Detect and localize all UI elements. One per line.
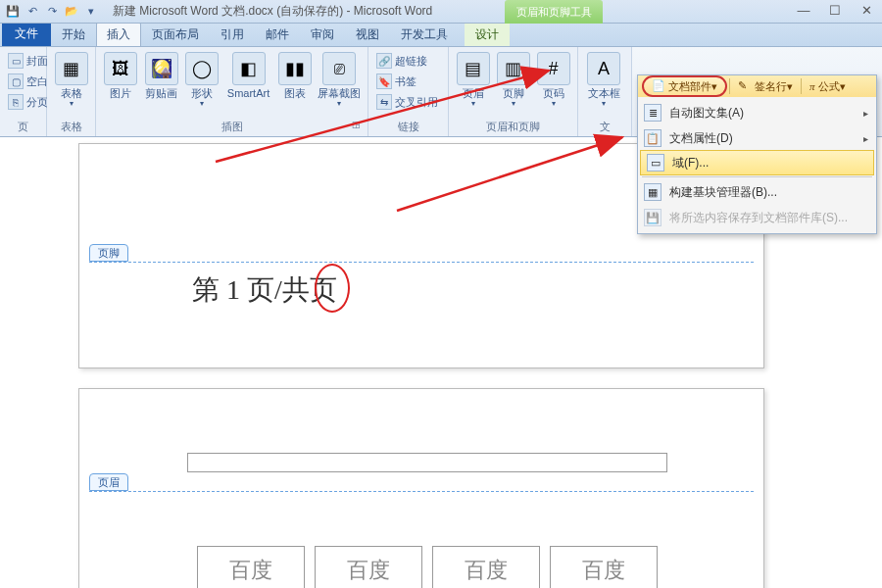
blank-page-icon: ▢	[8, 74, 24, 89]
submenu-arrow-icon: ▸	[863, 108, 868, 119]
maximize-button[interactable]: ☐	[819, 0, 851, 20]
screenshot-icon: ⎚	[322, 52, 356, 85]
window-controls: — ☐ ✕	[788, 0, 882, 20]
footer-button[interactable]: ▥页脚▾	[493, 50, 533, 108]
tab-layout[interactable]: 页面布局	[141, 22, 210, 46]
chart-icon: ▮▮	[278, 52, 312, 85]
table-outline[interactable]	[187, 453, 667, 472]
equation-button[interactable]: π 公式 ▾	[804, 75, 852, 97]
group-pages: ▭封面 ▢空白页 ⎘分页 页	[0, 47, 47, 136]
table-cell[interactable]: 百度	[432, 546, 540, 588]
tab-insert[interactable]: 插入	[96, 22, 141, 46]
table-cell[interactable]: 百度	[315, 546, 422, 588]
group-links-label: 链接	[372, 119, 444, 136]
shapes-icon: ◯	[185, 52, 219, 85]
group-illustrations: 🖼图片 🎑剪贴画 ◯形状▾ ◧SmartArt ▮▮图表 ⎚屏幕截图▾ 插图◲	[96, 47, 368, 136]
shapes-button[interactable]: ◯形状▾	[181, 50, 222, 108]
signature-icon: ✎	[738, 79, 752, 93]
chart-button[interactable]: ▮▮图表	[274, 50, 316, 99]
group-text-label: 文	[582, 119, 627, 136]
title-bar: 💾 ↶ ↷ 📂 ▾ 新建 Microsoft Word 文档.docx (自动保…	[0, 0, 882, 24]
qat-undo-icon[interactable]: ↶	[24, 3, 41, 21]
page-break-icon: ⎘	[8, 94, 24, 110]
textbox-button[interactable]: A文本框▾	[582, 50, 625, 108]
menu-field[interactable]: ▭域(F)...	[640, 150, 874, 175]
tab-review[interactable]: 审阅	[300, 22, 345, 46]
tab-file[interactable]: 文件	[2, 21, 51, 46]
group-text: A文本框▾ 文	[578, 47, 632, 136]
header-guide-line	[89, 491, 754, 492]
page-number-button[interactable]: #页码▾	[533, 50, 573, 108]
minimize-button[interactable]: —	[788, 0, 819, 20]
header-button[interactable]: ▤页眉▾	[453, 50, 493, 108]
textbox-icon: A	[587, 52, 620, 85]
tab-home[interactable]: 开始	[51, 22, 96, 46]
footer-tag[interactable]: 页脚	[89, 244, 128, 262]
group-header-footer: ▤页眉▾ ▥页脚▾ #页码▾ 页眉和页脚	[449, 47, 578, 136]
bookmark-icon: 🔖	[376, 74, 392, 89]
buildingblocks-icon: ▦	[644, 183, 662, 201]
tab-developer[interactable]: 开发工具	[390, 22, 459, 46]
quickparts-icon: 📄	[652, 79, 665, 93]
group-tables-label: 表格	[51, 119, 91, 136]
hyperlink-icon: 🔗	[376, 53, 392, 69]
dropdown-list: ≣自动图文集(A)▸ 📋文档属性(D)▸ ▭域(F)... ▦构建基块管理器(B…	[638, 97, 876, 233]
group-header-footer-label: 页眉和页脚	[453, 119, 573, 136]
group-links: 🔗超链接 🔖书签 ⇆交叉引用 链接	[368, 47, 449, 136]
footer-guide-line	[89, 262, 754, 263]
annotation-circle	[315, 264, 350, 313]
menu-doc-property[interactable]: 📋文档属性(D)▸	[638, 125, 876, 151]
tab-view[interactable]: 视图	[345, 22, 390, 46]
footer-icon: ▥	[497, 52, 530, 85]
docprop-icon: 📋	[644, 129, 662, 147]
savesel-icon: 💾	[644, 209, 662, 226]
header-icon: ▤	[457, 52, 490, 85]
hyperlink-button[interactable]: 🔗超链接	[372, 51, 442, 71]
document-page-2[interactable]: 页眉 百度 百度 百度 百度	[78, 388, 764, 588]
screenshot-button[interactable]: ⎚屏幕截图▾	[316, 50, 364, 108]
qat-open-icon[interactable]: 📂	[63, 3, 80, 21]
clipart-icon: 🎑	[145, 52, 178, 85]
smartart-icon: ◧	[232, 52, 266, 85]
picture-icon: 🖼	[104, 52, 137, 85]
bookmark-button[interactable]: 🔖书签	[372, 72, 442, 91]
contextual-tab-title: 页眉和页脚工具	[505, 0, 603, 24]
picture-button[interactable]: 🖼图片	[100, 50, 141, 99]
autotext-icon: ≣	[644, 104, 662, 122]
quickparts-dropdown: 📄文档部件 ▾ ✎签名行 ▾ π 公式 ▾ ≣自动图文集(A)▸ 📋文档属性(D…	[637, 74, 877, 234]
quickparts-split-button[interactable]: 📄文档部件 ▾	[642, 75, 727, 97]
signature-line-button[interactable]: ✎签名行 ▾	[732, 75, 799, 97]
qat-redo-icon[interactable]: ↷	[43, 3, 61, 21]
window-title: 新建 Microsoft Word 文档.docx (自动保存的) - Micr…	[113, 3, 432, 20]
menu-save-selection: 💾将所选内容保存到文档部件库(S)...	[638, 205, 876, 230]
close-button[interactable]: ✕	[851, 0, 882, 20]
group-pages-label: 页	[4, 119, 42, 136]
field-icon: ▭	[647, 154, 664, 172]
table-cell[interactable]: 百度	[197, 546, 305, 588]
header-tag[interactable]: 页眉	[89, 473, 128, 491]
table-icon: ▦	[55, 52, 88, 85]
dialog-launcher-icon[interactable]: ◲	[352, 120, 361, 129]
tab-mail[interactable]: 邮件	[255, 22, 300, 46]
crossref-icon: ⇆	[376, 94, 392, 110]
table-button[interactable]: ▦ 表格▾	[51, 50, 91, 108]
group-illustrations-label: 插图◲	[100, 119, 364, 136]
tab-references[interactable]: 引用	[210, 22, 255, 46]
qat-save-icon[interactable]: 💾	[4, 3, 22, 21]
quick-access-toolbar: 💾 ↶ ↷ 📂 ▾	[4, 3, 100, 21]
submenu-arrow-icon: ▸	[863, 133, 868, 144]
table-cell[interactable]: 百度	[550, 546, 658, 588]
clipart-button[interactable]: 🎑剪贴画	[141, 50, 182, 99]
tab-design[interactable]: 设计	[465, 22, 510, 46]
ribbon-tabs: 文件 开始 插入 页面布局 引用 邮件 审阅 视图 开发工具 设计	[0, 24, 882, 47]
qat-customize-icon[interactable]: ▾	[82, 3, 100, 21]
group-tables: ▦ 表格▾ 表格	[47, 47, 96, 136]
menu-building-blocks[interactable]: ▦构建基块管理器(B)...	[638, 179, 876, 205]
cover-page-icon: ▭	[8, 53, 24, 69]
menu-autotext[interactable]: ≣自动图文集(A)▸	[638, 100, 876, 125]
crossref-button[interactable]: ⇆交叉引用	[372, 92, 442, 112]
smartart-button[interactable]: ◧SmartArt	[222, 50, 274, 99]
dropdown-header: 📄文档部件 ▾ ✎签名行 ▾ π 公式 ▾	[638, 75, 876, 97]
page-number-icon: #	[537, 52, 570, 85]
